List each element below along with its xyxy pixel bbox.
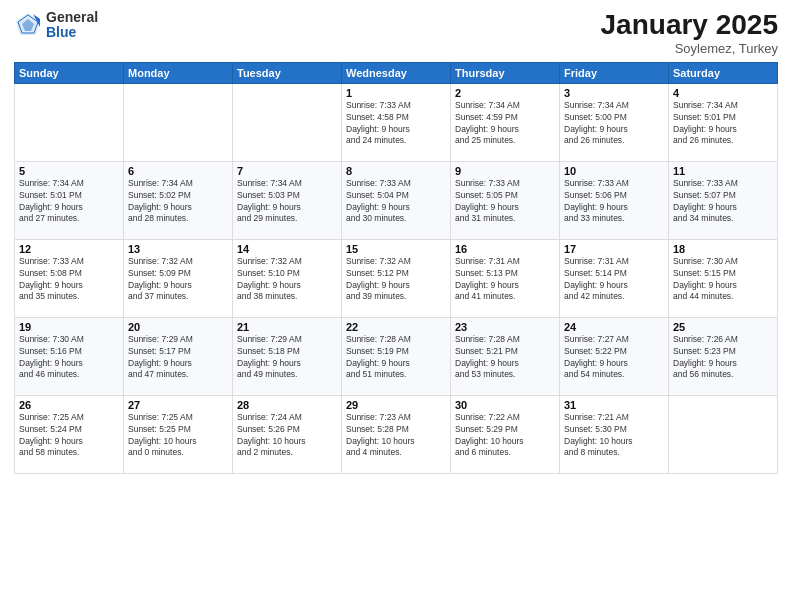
calendar-cell: 6Sunrise: 7:34 AMSunset: 5:02 PMDaylight… [124,161,233,239]
day-header-monday: Monday [124,62,233,83]
day-info: Sunrise: 7:25 AMSunset: 5:25 PMDaylight:… [128,412,228,460]
page-header: General Blue January 2025 Soylemez, Turk… [14,10,778,56]
day-info: Sunrise: 7:33 AMSunset: 5:08 PMDaylight:… [19,256,119,304]
day-info: Sunrise: 7:30 AMSunset: 5:15 PMDaylight:… [673,256,773,304]
day-info: Sunrise: 7:29 AMSunset: 5:18 PMDaylight:… [237,334,337,382]
calendar-cell: 22Sunrise: 7:28 AMSunset: 5:19 PMDayligh… [342,317,451,395]
day-number: 21 [237,321,337,333]
day-number: 24 [564,321,664,333]
title-block: January 2025 Soylemez, Turkey [601,10,778,56]
calendar-week-row: 1Sunrise: 7:33 AMSunset: 4:58 PMDaylight… [15,83,778,161]
calendar-cell: 4Sunrise: 7:34 AMSunset: 5:01 PMDaylight… [669,83,778,161]
day-number: 9 [455,165,555,177]
day-info: Sunrise: 7:27 AMSunset: 5:22 PMDaylight:… [564,334,664,382]
calendar-cell: 31Sunrise: 7:21 AMSunset: 5:30 PMDayligh… [560,395,669,473]
day-number: 26 [19,399,119,411]
calendar-cell: 24Sunrise: 7:27 AMSunset: 5:22 PMDayligh… [560,317,669,395]
calendar-header-row: SundayMondayTuesdayWednesdayThursdayFrid… [15,62,778,83]
day-number: 2 [455,87,555,99]
calendar-cell: 30Sunrise: 7:22 AMSunset: 5:29 PMDayligh… [451,395,560,473]
calendar-week-row: 19Sunrise: 7:30 AMSunset: 5:16 PMDayligh… [15,317,778,395]
calendar-cell: 12Sunrise: 7:33 AMSunset: 5:08 PMDayligh… [15,239,124,317]
calendar-cell: 26Sunrise: 7:25 AMSunset: 5:24 PMDayligh… [15,395,124,473]
day-number: 29 [346,399,446,411]
day-info: Sunrise: 7:29 AMSunset: 5:17 PMDaylight:… [128,334,228,382]
calendar-cell: 16Sunrise: 7:31 AMSunset: 5:13 PMDayligh… [451,239,560,317]
calendar-cell: 21Sunrise: 7:29 AMSunset: 5:18 PMDayligh… [233,317,342,395]
day-info: Sunrise: 7:34 AMSunset: 5:01 PMDaylight:… [19,178,119,226]
day-info: Sunrise: 7:22 AMSunset: 5:29 PMDaylight:… [455,412,555,460]
day-number: 18 [673,243,773,255]
day-header-sunday: Sunday [15,62,124,83]
logo-text: General Blue [46,10,98,41]
calendar-table: SundayMondayTuesdayWednesdayThursdayFrid… [14,62,778,474]
day-number: 23 [455,321,555,333]
calendar-cell [669,395,778,473]
day-info: Sunrise: 7:33 AMSunset: 5:07 PMDaylight:… [673,178,773,226]
logo: General Blue [14,10,98,41]
logo-general: General [46,10,98,25]
day-info: Sunrise: 7:33 AMSunset: 5:06 PMDaylight:… [564,178,664,226]
calendar-cell: 19Sunrise: 7:30 AMSunset: 5:16 PMDayligh… [15,317,124,395]
day-header-friday: Friday [560,62,669,83]
day-info: Sunrise: 7:28 AMSunset: 5:21 PMDaylight:… [455,334,555,382]
day-info: Sunrise: 7:32 AMSunset: 5:10 PMDaylight:… [237,256,337,304]
day-number: 17 [564,243,664,255]
day-number: 11 [673,165,773,177]
logo-blue: Blue [46,25,98,40]
day-header-wednesday: Wednesday [342,62,451,83]
calendar-cell: 14Sunrise: 7:32 AMSunset: 5:10 PMDayligh… [233,239,342,317]
day-number: 20 [128,321,228,333]
day-info: Sunrise: 7:34 AMSunset: 5:01 PMDaylight:… [673,100,773,148]
calendar-cell: 10Sunrise: 7:33 AMSunset: 5:06 PMDayligh… [560,161,669,239]
calendar-cell: 25Sunrise: 7:26 AMSunset: 5:23 PMDayligh… [669,317,778,395]
day-info: Sunrise: 7:32 AMSunset: 5:12 PMDaylight:… [346,256,446,304]
day-number: 31 [564,399,664,411]
day-header-tuesday: Tuesday [233,62,342,83]
calendar-cell [124,83,233,161]
calendar-cell: 29Sunrise: 7:23 AMSunset: 5:28 PMDayligh… [342,395,451,473]
day-header-saturday: Saturday [669,62,778,83]
day-info: Sunrise: 7:30 AMSunset: 5:16 PMDaylight:… [19,334,119,382]
calendar-cell: 8Sunrise: 7:33 AMSunset: 5:04 PMDaylight… [342,161,451,239]
calendar-week-row: 26Sunrise: 7:25 AMSunset: 5:24 PMDayligh… [15,395,778,473]
day-number: 4 [673,87,773,99]
day-number: 16 [455,243,555,255]
day-number: 19 [19,321,119,333]
calendar-cell: 27Sunrise: 7:25 AMSunset: 5:25 PMDayligh… [124,395,233,473]
calendar-cell: 20Sunrise: 7:29 AMSunset: 5:17 PMDayligh… [124,317,233,395]
day-number: 1 [346,87,446,99]
day-info: Sunrise: 7:34 AMSunset: 5:03 PMDaylight:… [237,178,337,226]
calendar-week-row: 12Sunrise: 7:33 AMSunset: 5:08 PMDayligh… [15,239,778,317]
day-info: Sunrise: 7:33 AMSunset: 5:04 PMDaylight:… [346,178,446,226]
calendar-cell [15,83,124,161]
calendar-cell: 2Sunrise: 7:34 AMSunset: 4:59 PMDaylight… [451,83,560,161]
calendar-cell: 11Sunrise: 7:33 AMSunset: 5:07 PMDayligh… [669,161,778,239]
month-title: January 2025 [601,10,778,41]
calendar-cell: 5Sunrise: 7:34 AMSunset: 5:01 PMDaylight… [15,161,124,239]
day-info: Sunrise: 7:34 AMSunset: 5:00 PMDaylight:… [564,100,664,148]
calendar-cell: 9Sunrise: 7:33 AMSunset: 5:05 PMDaylight… [451,161,560,239]
day-info: Sunrise: 7:21 AMSunset: 5:30 PMDaylight:… [564,412,664,460]
calendar-cell: 23Sunrise: 7:28 AMSunset: 5:21 PMDayligh… [451,317,560,395]
day-info: Sunrise: 7:31 AMSunset: 5:14 PMDaylight:… [564,256,664,304]
day-number: 3 [564,87,664,99]
calendar-cell [233,83,342,161]
day-number: 30 [455,399,555,411]
day-number: 15 [346,243,446,255]
day-info: Sunrise: 7:33 AMSunset: 5:05 PMDaylight:… [455,178,555,226]
day-info: Sunrise: 7:24 AMSunset: 5:26 PMDaylight:… [237,412,337,460]
day-info: Sunrise: 7:32 AMSunset: 5:09 PMDaylight:… [128,256,228,304]
day-number: 7 [237,165,337,177]
day-number: 28 [237,399,337,411]
day-number: 8 [346,165,446,177]
day-info: Sunrise: 7:31 AMSunset: 5:13 PMDaylight:… [455,256,555,304]
calendar-week-row: 5Sunrise: 7:34 AMSunset: 5:01 PMDaylight… [15,161,778,239]
day-info: Sunrise: 7:34 AMSunset: 4:59 PMDaylight:… [455,100,555,148]
day-header-thursday: Thursday [451,62,560,83]
day-info: Sunrise: 7:26 AMSunset: 5:23 PMDaylight:… [673,334,773,382]
calendar-cell: 18Sunrise: 7:30 AMSunset: 5:15 PMDayligh… [669,239,778,317]
calendar-cell: 28Sunrise: 7:24 AMSunset: 5:26 PMDayligh… [233,395,342,473]
location-subtitle: Soylemez, Turkey [601,41,778,56]
day-info: Sunrise: 7:34 AMSunset: 5:02 PMDaylight:… [128,178,228,226]
